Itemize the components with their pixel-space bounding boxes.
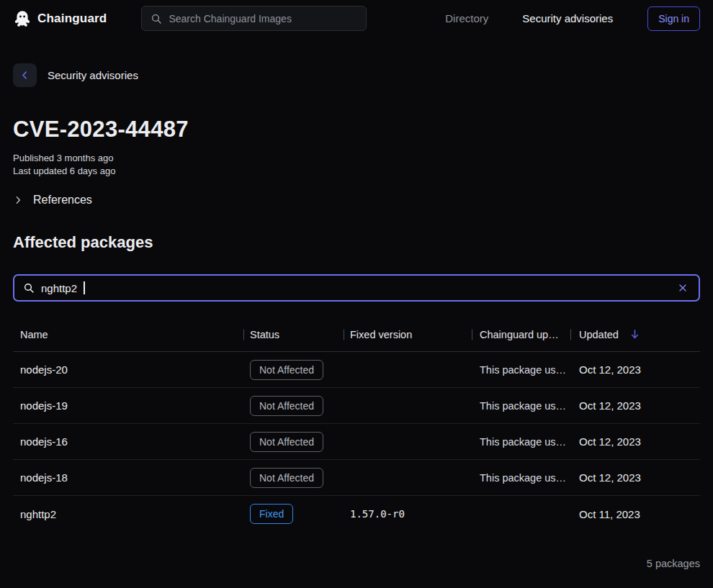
chainguard-note: This package us… (472, 400, 570, 412)
column-header-name[interactable]: Name (13, 329, 243, 340)
references-label: References (33, 194, 92, 207)
clear-filter-button[interactable] (676, 281, 690, 295)
global-search[interactable] (141, 6, 367, 31)
table-row: nodejs-20 Not Affected This package us… … (13, 352, 700, 388)
table-row: nodejs-18 Not Affected This package us… … (13, 460, 700, 496)
breadcrumb-label[interactable]: Security advisories (48, 69, 138, 81)
chainguard-note: This package us… (472, 364, 570, 376)
package-name: nodejs-19 (13, 399, 243, 412)
back-button[interactable] (13, 63, 37, 87)
references-toggle[interactable]: References (13, 194, 92, 207)
package-name: nodejs-20 (13, 363, 243, 376)
search-icon (151, 13, 162, 24)
main-nav: Directory Security advisories Sign in (445, 6, 700, 31)
brand-name: Chainguard (37, 12, 107, 26)
table-row: nodejs-16 Not Affected This package us… … (13, 424, 700, 460)
close-icon (677, 282, 689, 294)
octopus-logo-icon (13, 9, 32, 28)
page-title: CVE-2023-44487 (13, 117, 700, 142)
status-badge: Not Affected (250, 396, 323, 416)
search-icon (23, 282, 35, 294)
table-header-row: Name Status Fixed version Chainguard up…… (13, 317, 700, 352)
package-name: nghttp2 (13, 508, 243, 520)
column-header-fixed-version[interactable]: Fixed version (344, 329, 472, 340)
sort-desc-icon[interactable] (629, 328, 641, 340)
nav-directory[interactable]: Directory (445, 12, 488, 24)
updated-date: Oct 12, 2023 (570, 471, 700, 484)
last-updated-text: Last updated 6 days ago (13, 165, 700, 178)
status-badge: Not Affected (250, 468, 323, 488)
advisory-meta: Published 3 months ago Last updated 6 da… (13, 152, 700, 178)
column-header-updated-label: Updated (579, 329, 619, 340)
table-row: nodejs-19 Not Affected This package us… … (13, 388, 700, 424)
sign-in-button[interactable]: Sign in (647, 6, 700, 31)
app-header: Chainguard Directory Security advisories… (0, 0, 713, 37)
main-content: Security advisories CVE-2023-44487 Publi… (0, 63, 713, 569)
brand-logo[interactable]: Chainguard (13, 9, 107, 28)
breadcrumb: Security advisories (13, 63, 700, 87)
updated-date: Oct 11, 2023 (570, 508, 700, 520)
chevron-right-icon (13, 195, 23, 205)
updated-date: Oct 12, 2023 (570, 363, 700, 376)
chevron-left-icon (19, 70, 30, 81)
package-count: 5 packages (13, 558, 700, 569)
table-row: nghttp2 Fixed 1.57.0-r0 Oct 11, 2023 (13, 496, 700, 532)
global-search-input[interactable] (169, 13, 357, 24)
package-name: nodejs-18 (13, 471, 243, 484)
text-cursor (84, 281, 85, 294)
package-name: nodejs-16 (13, 435, 243, 448)
status-badge: Not Affected (250, 360, 323, 380)
published-text: Published 3 months ago (13, 152, 700, 165)
package-filter-input[interactable]: nghttp2 (13, 274, 700, 302)
column-header-chainguard[interactable]: Chainguard up… (472, 329, 570, 340)
filter-value: nghttp2 (41, 282, 77, 294)
nav-security-advisories[interactable]: Security advisories (522, 12, 613, 24)
column-header-updated[interactable]: Updated (570, 328, 700, 340)
status-badge: Fixed (250, 504, 293, 524)
updated-date: Oct 12, 2023 (570, 435, 700, 448)
column-header-status[interactable]: Status (243, 329, 344, 340)
chainguard-note: This package us… (472, 436, 570, 448)
section-title: Affected packages (13, 232, 700, 253)
fixed-version: 1.57.0-r0 (344, 508, 472, 520)
status-badge: Not Affected (250, 432, 323, 452)
chainguard-note: This package us… (472, 472, 570, 484)
packages-table: Name Status Fixed version Chainguard up…… (13, 317, 700, 532)
updated-date: Oct 12, 2023 (570, 399, 700, 412)
